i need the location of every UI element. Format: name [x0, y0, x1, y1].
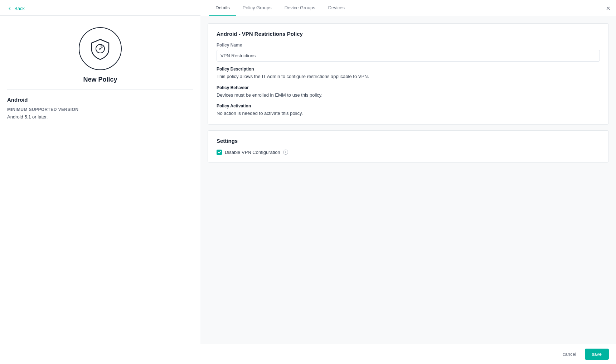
policy-name-field: Policy Name — [217, 43, 600, 62]
save-button[interactable]: save — [585, 349, 609, 360]
back-button[interactable]: Back — [0, 0, 200, 16]
new-policy-title: New Policy — [0, 76, 200, 83]
policy-behavior-field: Policy Behavior Devices must be enrolled… — [217, 85, 600, 99]
disable-vpn-checkbox[interactable] — [217, 150, 222, 155]
cancel-button[interactable]: cancel — [558, 349, 581, 359]
min-version-label: Minimum Supported Version — [7, 107, 193, 112]
platform-name: Android — [7, 97, 193, 103]
detail-content: Android - VPN Restrictions Policy Policy… — [200, 16, 616, 344]
detail-panel: × Details Policy Groups Device Groups De… — [200, 0, 616, 364]
policy-behavior-label: Policy Behavior — [217, 85, 600, 90]
policy-name-input[interactable] — [217, 50, 600, 62]
policy-description-value: This policy allows the IT Admin to confi… — [217, 73, 600, 80]
new-policy-panel: Back New Policy Android Minimum Supporte… — [0, 0, 200, 364]
disable-vpn-row[interactable]: Disable VPN Configuration i — [217, 150, 600, 155]
tab-devices[interactable]: Devices — [322, 0, 351, 16]
tab-policy-groups[interactable]: Policy Groups — [236, 0, 278, 16]
checkmark-icon — [218, 150, 221, 154]
policy-description-label: Policy Description — [217, 67, 600, 72]
min-version-value: Android 5.1 or later. — [7, 114, 193, 120]
detail-tabs: Details Policy Groups Device Groups Devi… — [200, 0, 616, 16]
policy-shield-icon — [89, 37, 112, 60]
policy-activation-label: Policy Activation — [217, 103, 600, 108]
overlay-backdrop: Back New Policy Android Minimum Supporte… — [0, 0, 616, 364]
back-label: Back — [14, 6, 25, 11]
settings-card: Settings Disable VPN Configuration i — [208, 130, 609, 162]
policy-activation-field: Policy Activation No action is needed to… — [217, 103, 600, 117]
tab-device-groups[interactable]: Device Groups — [278, 0, 322, 16]
detail-footer: cancel save — [200, 344, 616, 364]
policy-icon-circle — [79, 27, 122, 70]
platform-section: Android Minimum Supported Version Androi… — [0, 89, 200, 122]
policy-info-card: Android - VPN Restrictions Policy Policy… — [208, 23, 609, 125]
policy-name-label: Policy Name — [217, 43, 600, 48]
policy-activation-value: No action is needed to activate this pol… — [217, 110, 600, 117]
close-button[interactable]: × — [606, 4, 610, 13]
policy-behavior-value: Devices must be enrolled in EMM to use t… — [217, 92, 600, 99]
disable-vpn-label: Disable VPN Configuration — [225, 150, 280, 155]
policy-card-title: Android - VPN Restrictions Policy — [217, 31, 600, 37]
settings-title: Settings — [217, 138, 600, 144]
tab-details[interactable]: Details — [209, 0, 236, 16]
policy-description-field: Policy Description This policy allows th… — [217, 67, 600, 80]
disable-vpn-info-icon[interactable]: i — [283, 150, 288, 155]
back-arrow-icon — [7, 6, 12, 11]
